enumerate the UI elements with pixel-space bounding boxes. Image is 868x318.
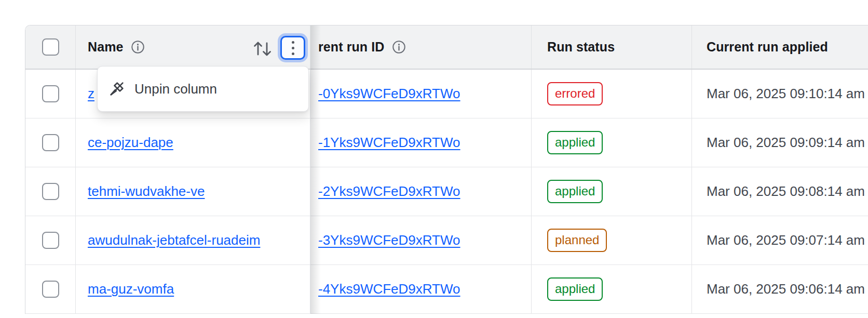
- header-cell-select: [25, 25, 76, 69]
- header-cell-current-run-id: rent run ID: [310, 25, 532, 69]
- workspace-name-link[interactable]: ma-guz-vomfa: [88, 281, 174, 297]
- run-id-link[interactable]: -4Yks9WCFeD9xRTWo: [318, 281, 460, 297]
- cell-current-run-id: -0Yks9WCFeD9xRTWo: [310, 70, 532, 118]
- info-icon[interactable]: [392, 40, 406, 54]
- cell-select: [25, 216, 76, 264]
- cell-current-run-id: -2Yks9WCFeD9xRTWo: [310, 167, 532, 216]
- cell-current-run-id: -1Yks9WCFeD9xRTWo: [310, 118, 532, 167]
- cell-run-status: errored: [532, 70, 692, 118]
- header-cell-current-run-applied: Current run applied: [692, 25, 868, 69]
- info-icon[interactable]: [131, 40, 145, 54]
- kebab-menu-icon: [292, 41, 294, 44]
- run-id-link[interactable]: -1Yks9WCFeD9xRTWo: [318, 135, 460, 151]
- column-header-current-run-id: rent run ID: [318, 39, 385, 55]
- pin-off-icon: [108, 80, 126, 98]
- kebab-menu-icon: [292, 52, 294, 55]
- sort-icon[interactable]: [251, 38, 274, 59]
- cell-current-run-applied: Mar 06, 2025 09:09:14 am: [692, 118, 868, 167]
- cell-select: [25, 265, 76, 313]
- run-status-badge: planned: [547, 229, 607, 251]
- cell-current-run-id: -3Yks9WCFeD9xRTWo: [310, 216, 532, 264]
- cell-name: awudulnak-jebtafcel-ruadeim: [76, 216, 310, 264]
- row-checkbox[interactable]: [42, 134, 59, 151]
- cell-run-status: applied: [532, 167, 692, 216]
- cell-select: [25, 118, 76, 167]
- run-id-link[interactable]: -3Yks9WCFeD9xRTWo: [318, 232, 460, 248]
- run-status-badge: errored: [547, 82, 603, 105]
- table-header-row: Name rent run ID: [25, 25, 868, 70]
- run-applied-timestamp: Mar 06, 2025 09:10:14 am: [707, 86, 865, 102]
- cell-current-run-applied: Mar 06, 2025 09:08:14 am: [692, 167, 868, 216]
- run-applied-timestamp: Mar 06, 2025 09:08:14 am: [707, 183, 865, 200]
- cell-current-run-id: -4Yks9WCFeD9xRTWo: [310, 265, 532, 313]
- table-row: ma-guz-vomfa -4Yks9WCFeD9xRTWo applied M…: [25, 265, 868, 314]
- column-header-name: Name: [88, 39, 124, 55]
- cell-name: ma-guz-vomfa: [76, 265, 310, 313]
- cell-select: [25, 70, 76, 118]
- select-all-checkbox[interactable]: [42, 38, 59, 56]
- menu-item-unpin-column[interactable]: Unpin column: [98, 80, 308, 98]
- run-applied-timestamp: Mar 06, 2025 09:06:14 am: [707, 281, 865, 297]
- run-status-badge: applied: [547, 131, 603, 154]
- run-id-link[interactable]: -0Yks9WCFeD9xRTWo: [318, 86, 460, 102]
- run-applied-timestamp: Mar 06, 2025 09:09:14 am: [707, 135, 865, 151]
- header-cell-run-status: Run status: [532, 25, 692, 69]
- menu-item-label: Unpin column: [134, 81, 217, 97]
- run-status-badge: applied: [547, 180, 603, 203]
- cell-run-status: applied: [532, 265, 692, 313]
- workspaces-table-view: Name rent run ID: [0, 0, 868, 318]
- run-applied-timestamp: Mar 06, 2025 09:07:14 am: [707, 232, 865, 248]
- row-checkbox[interactable]: [42, 85, 59, 102]
- kebab-menu-icon: [292, 47, 294, 49]
- table-row: awudulnak-jebtafcel-ruadeim -3Yks9WCFeD9…: [25, 216, 868, 265]
- cell-name: ce-pojzu-dape: [76, 118, 310, 167]
- cell-select: [25, 167, 76, 216]
- row-checkbox[interactable]: [42, 281, 59, 298]
- cell-current-run-applied: Mar 06, 2025 09:07:14 am: [692, 216, 868, 264]
- cell-name: tehmi-wudvakhe-ve: [76, 167, 310, 216]
- column-options-menu: Unpin column: [97, 66, 309, 112]
- column-header-current-run-applied: Current run applied: [707, 39, 828, 55]
- cell-run-status: planned: [532, 216, 692, 264]
- column-options-button[interactable]: [280, 36, 305, 60]
- table-row: tehmi-wudvakhe-ve -2Yks9WCFeD9xRTWo appl…: [25, 167, 868, 216]
- row-checkbox[interactable]: [42, 232, 59, 249]
- cell-current-run-applied: Mar 06, 2025 09:06:14 am: [692, 265, 868, 313]
- workspace-name-link[interactable]: tehmi-wudvakhe-ve: [88, 183, 205, 200]
- table-row: ce-pojzu-dape -1Yks9WCFeD9xRTWo applied …: [25, 118, 868, 167]
- column-header-run-status: Run status: [547, 39, 615, 55]
- workspace-name-link[interactable]: awudulnak-jebtafcel-ruadeim: [88, 232, 260, 248]
- run-status-badge: applied: [547, 277, 603, 300]
- run-id-link[interactable]: -2Yks9WCFeD9xRTWo: [318, 183, 460, 200]
- workspace-name-link[interactable]: z: [88, 86, 94, 102]
- header-cell-name: Name: [76, 25, 310, 69]
- cell-run-status: applied: [532, 118, 692, 167]
- workspace-name-link[interactable]: ce-pojzu-dape: [88, 135, 173, 151]
- cell-current-run-applied: Mar 06, 2025 09:10:14 am: [692, 70, 868, 118]
- row-checkbox[interactable]: [42, 183, 59, 200]
